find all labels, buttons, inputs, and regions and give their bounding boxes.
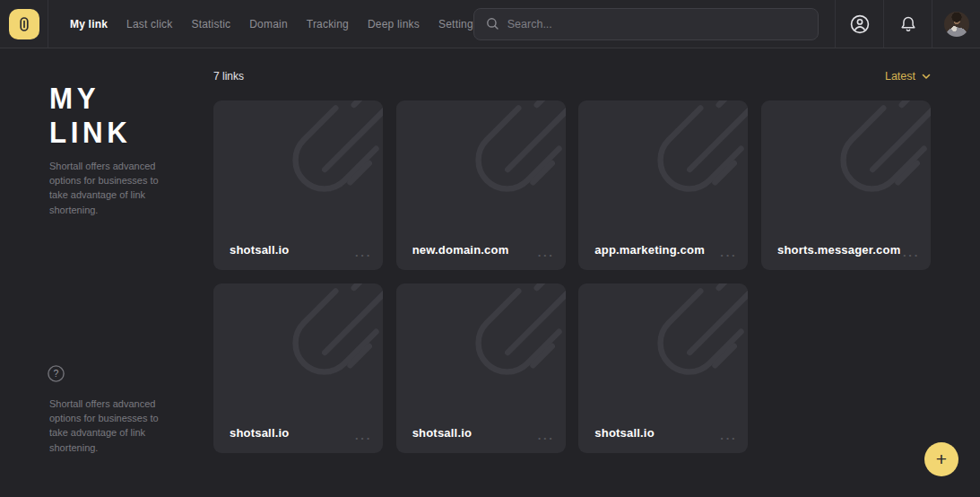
link-card-label: new.domain.com [412, 243, 509, 257]
link-watermark-icon [414, 283, 566, 436]
nav-item-setting[interactable]: Setting [438, 18, 473, 31]
nav-item-deep-links[interactable]: Deep links [368, 18, 420, 31]
sidebar-help-description: Shortall offers advanced options for bus… [49, 397, 169, 455]
logo-cell [0, 0, 48, 48]
links-section: 7 links Latest shotsall. [213, 48, 931, 453]
links-count: 7 links [213, 70, 244, 83]
account-button[interactable] [835, 0, 883, 48]
card-menu-button[interactable]: ··· [538, 432, 555, 445]
app-logo[interactable] [9, 9, 39, 39]
card-menu-button[interactable]: ··· [720, 432, 737, 445]
link-card-label: shotsall.io [230, 243, 290, 257]
nav-item-last-click[interactable]: Last click [126, 18, 172, 31]
add-link-button[interactable]: + [924, 442, 958, 476]
nav-item-my-link[interactable]: My link [70, 18, 108, 31]
svg-text:?: ? [54, 368, 59, 379]
link-watermark-icon [231, 100, 383, 253]
link-card[interactable]: shotsall.io ··· [396, 283, 566, 453]
link-card-label: app.marketing.com [594, 243, 705, 257]
link-card-label: shorts.messager.com [777, 243, 900, 257]
content-header: 7 links Latest [213, 48, 931, 100]
links-grid: shotsall.io ··· new.domain.com ··· [213, 100, 931, 453]
avatar-cell [932, 0, 980, 48]
help-button[interactable]: ? [47, 364, 65, 383]
sidebar-description: Shortall offers advanced options for bus… [49, 159, 169, 217]
paperclip-icon [16, 15, 32, 33]
link-watermark-icon [596, 100, 748, 253]
account-circle-icon [848, 13, 872, 36]
link-card-label: shotsall.io [412, 426, 473, 440]
link-card[interactable]: new.domain.com ··· [396, 100, 566, 270]
link-card[interactable]: shotsall.io ··· [213, 100, 383, 270]
bell-icon [898, 13, 919, 35]
top-navbar: My link Last click Statistic Domain Trac… [0, 0, 980, 48]
link-card[interactable]: shotsall.io ··· [578, 283, 748, 453]
search-bar [473, 8, 819, 40]
link-card-label: shotsall.io [230, 426, 290, 440]
link-card[interactable]: app.marketing.com ··· [578, 100, 748, 270]
nav-item-statistic[interactable]: Statistic [191, 18, 230, 31]
link-card-label: shotsall.io [594, 426, 655, 440]
link-card[interactable]: shotsall.io ··· [213, 283, 383, 453]
search-input[interactable] [507, 18, 806, 31]
page-title: MY LINK [49, 81, 131, 149]
page-title-line1: MY [49, 81, 100, 115]
card-menu-button[interactable]: ··· [720, 248, 737, 262]
link-watermark-icon [414, 100, 566, 253]
question-circle-icon: ? [47, 364, 65, 383]
card-menu-button[interactable]: ··· [355, 432, 372, 445]
link-watermark-icon [231, 283, 383, 436]
nav-item-tracking[interactable]: Tracking [307, 18, 349, 31]
nav-item-domain[interactable]: Domain [249, 18, 288, 31]
sort-dropdown[interactable]: Latest [885, 70, 931, 83]
notifications-button[interactable] [883, 0, 932, 48]
chevron-down-icon [922, 74, 931, 80]
link-watermark-icon [596, 283, 748, 436]
main-nav: My link Last click Statistic Domain Trac… [48, 0, 473, 48]
sort-label: Latest [885, 70, 915, 83]
link-card[interactable]: shorts.messager.com ··· [761, 100, 931, 270]
search-icon [486, 17, 499, 31]
avatar[interactable] [944, 12, 969, 37]
link-watermark-icon [779, 100, 931, 253]
card-menu-button[interactable]: ··· [355, 248, 372, 262]
card-menu-button[interactable]: ··· [903, 248, 920, 262]
sidebar: MY LINK Shortall offers advanced options… [0, 48, 213, 497]
page-title-line2: LINK [49, 115, 131, 149]
card-menu-button[interactable]: ··· [538, 248, 555, 262]
